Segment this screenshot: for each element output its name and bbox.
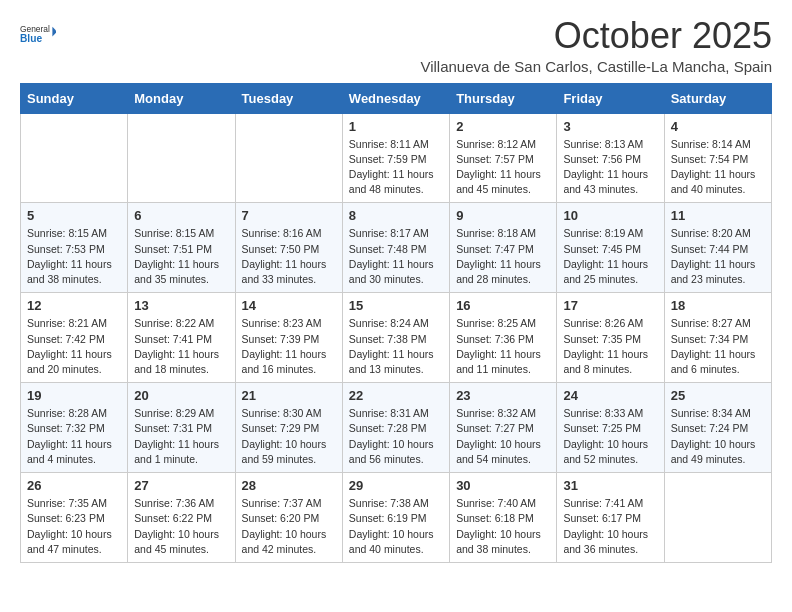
day-info: Sunrise: 7:38 AM Sunset: 6:19 PM Dayligh… xyxy=(349,496,443,557)
day-cell-7: 7Sunrise: 8:16 AM Sunset: 7:50 PM Daylig… xyxy=(235,203,342,293)
day-info: Sunrise: 8:32 AM Sunset: 7:27 PM Dayligh… xyxy=(456,406,550,467)
weekday-header-row: SundayMondayTuesdayWednesdayThursdayFrid… xyxy=(21,83,772,113)
day-cell-11: 11Sunrise: 8:20 AM Sunset: 7:44 PM Dayli… xyxy=(664,203,771,293)
day-info: Sunrise: 8:17 AM Sunset: 7:48 PM Dayligh… xyxy=(349,226,443,287)
day-number: 27 xyxy=(134,478,228,493)
day-number: 21 xyxy=(242,388,336,403)
svg-text:General: General xyxy=(20,24,50,34)
day-info: Sunrise: 8:22 AM Sunset: 7:41 PM Dayligh… xyxy=(134,316,228,377)
day-info: Sunrise: 8:26 AM Sunset: 7:35 PM Dayligh… xyxy=(563,316,657,377)
day-number: 17 xyxy=(563,298,657,313)
day-number: 13 xyxy=(134,298,228,313)
weekday-header-monday: Monday xyxy=(128,83,235,113)
day-number: 24 xyxy=(563,388,657,403)
day-cell-4: 4Sunrise: 8:14 AM Sunset: 7:54 PM Daylig… xyxy=(664,113,771,203)
day-number: 8 xyxy=(349,208,443,223)
empty-cell xyxy=(664,473,771,563)
title-block: October 2025 Villanueva de San Carlos, C… xyxy=(420,16,772,75)
week-row-1: 1Sunrise: 8:11 AM Sunset: 7:59 PM Daylig… xyxy=(21,113,772,203)
day-number: 3 xyxy=(563,119,657,134)
day-info: Sunrise: 8:27 AM Sunset: 7:34 PM Dayligh… xyxy=(671,316,765,377)
day-cell-28: 28Sunrise: 7:37 AM Sunset: 6:20 PM Dayli… xyxy=(235,473,342,563)
day-cell-19: 19Sunrise: 8:28 AM Sunset: 7:32 PM Dayli… xyxy=(21,383,128,473)
week-row-5: 26Sunrise: 7:35 AM Sunset: 6:23 PM Dayli… xyxy=(21,473,772,563)
day-info: Sunrise: 8:18 AM Sunset: 7:47 PM Dayligh… xyxy=(456,226,550,287)
day-number: 16 xyxy=(456,298,550,313)
calendar-table: SundayMondayTuesdayWednesdayThursdayFrid… xyxy=(20,83,772,563)
location: Villanueva de San Carlos, Castille-La Ma… xyxy=(420,58,772,75)
day-info: Sunrise: 8:19 AM Sunset: 7:45 PM Dayligh… xyxy=(563,226,657,287)
week-row-3: 12Sunrise: 8:21 AM Sunset: 7:42 PM Dayli… xyxy=(21,293,772,383)
day-info: Sunrise: 8:14 AM Sunset: 7:54 PM Dayligh… xyxy=(671,137,765,198)
day-number: 26 xyxy=(27,478,121,493)
weekday-header-sunday: Sunday xyxy=(21,83,128,113)
day-number: 31 xyxy=(563,478,657,493)
day-info: Sunrise: 8:34 AM Sunset: 7:24 PM Dayligh… xyxy=(671,406,765,467)
day-number: 10 xyxy=(563,208,657,223)
day-info: Sunrise: 8:25 AM Sunset: 7:36 PM Dayligh… xyxy=(456,316,550,377)
day-number: 14 xyxy=(242,298,336,313)
day-number: 6 xyxy=(134,208,228,223)
page: General Blue October 2025 Villanueva de … xyxy=(0,0,792,579)
day-info: Sunrise: 7:36 AM Sunset: 6:22 PM Dayligh… xyxy=(134,496,228,557)
day-cell-13: 13Sunrise: 8:22 AM Sunset: 7:41 PM Dayli… xyxy=(128,293,235,383)
day-number: 23 xyxy=(456,388,550,403)
day-number: 19 xyxy=(27,388,121,403)
day-info: Sunrise: 7:40 AM Sunset: 6:18 PM Dayligh… xyxy=(456,496,550,557)
day-info: Sunrise: 8:29 AM Sunset: 7:31 PM Dayligh… xyxy=(134,406,228,467)
day-info: Sunrise: 8:30 AM Sunset: 7:29 PM Dayligh… xyxy=(242,406,336,467)
day-number: 18 xyxy=(671,298,765,313)
day-number: 25 xyxy=(671,388,765,403)
day-cell-27: 27Sunrise: 7:36 AM Sunset: 6:22 PM Dayli… xyxy=(128,473,235,563)
day-info: Sunrise: 8:24 AM Sunset: 7:38 PM Dayligh… xyxy=(349,316,443,377)
day-info: Sunrise: 8:11 AM Sunset: 7:59 PM Dayligh… xyxy=(349,137,443,198)
day-cell-23: 23Sunrise: 8:32 AM Sunset: 7:27 PM Dayli… xyxy=(450,383,557,473)
day-cell-3: 3Sunrise: 8:13 AM Sunset: 7:56 PM Daylig… xyxy=(557,113,664,203)
logo-svg: General Blue xyxy=(20,16,56,52)
week-row-4: 19Sunrise: 8:28 AM Sunset: 7:32 PM Dayli… xyxy=(21,383,772,473)
day-number: 22 xyxy=(349,388,443,403)
day-cell-18: 18Sunrise: 8:27 AM Sunset: 7:34 PM Dayli… xyxy=(664,293,771,383)
day-cell-25: 25Sunrise: 8:34 AM Sunset: 7:24 PM Dayli… xyxy=(664,383,771,473)
day-cell-5: 5Sunrise: 8:15 AM Sunset: 7:53 PM Daylig… xyxy=(21,203,128,293)
day-number: 5 xyxy=(27,208,121,223)
weekday-header-tuesday: Tuesday xyxy=(235,83,342,113)
header: General Blue October 2025 Villanueva de … xyxy=(20,16,772,75)
day-number: 20 xyxy=(134,388,228,403)
day-cell-6: 6Sunrise: 8:15 AM Sunset: 7:51 PM Daylig… xyxy=(128,203,235,293)
day-info: Sunrise: 8:28 AM Sunset: 7:32 PM Dayligh… xyxy=(27,406,121,467)
day-cell-17: 17Sunrise: 8:26 AM Sunset: 7:35 PM Dayli… xyxy=(557,293,664,383)
day-number: 4 xyxy=(671,119,765,134)
day-cell-22: 22Sunrise: 8:31 AM Sunset: 7:28 PM Dayli… xyxy=(342,383,449,473)
day-cell-9: 9Sunrise: 8:18 AM Sunset: 7:47 PM Daylig… xyxy=(450,203,557,293)
day-info: Sunrise: 8:31 AM Sunset: 7:28 PM Dayligh… xyxy=(349,406,443,467)
day-cell-29: 29Sunrise: 7:38 AM Sunset: 6:19 PM Dayli… xyxy=(342,473,449,563)
weekday-header-friday: Friday xyxy=(557,83,664,113)
logo: General Blue xyxy=(20,16,56,52)
month-title: October 2025 xyxy=(420,16,772,56)
day-cell-8: 8Sunrise: 8:17 AM Sunset: 7:48 PM Daylig… xyxy=(342,203,449,293)
day-info: Sunrise: 8:12 AM Sunset: 7:57 PM Dayligh… xyxy=(456,137,550,198)
day-cell-1: 1Sunrise: 8:11 AM Sunset: 7:59 PM Daylig… xyxy=(342,113,449,203)
day-cell-20: 20Sunrise: 8:29 AM Sunset: 7:31 PM Dayli… xyxy=(128,383,235,473)
day-cell-10: 10Sunrise: 8:19 AM Sunset: 7:45 PM Dayli… xyxy=(557,203,664,293)
day-number: 1 xyxy=(349,119,443,134)
day-info: Sunrise: 7:37 AM Sunset: 6:20 PM Dayligh… xyxy=(242,496,336,557)
day-cell-12: 12Sunrise: 8:21 AM Sunset: 7:42 PM Dayli… xyxy=(21,293,128,383)
day-number: 9 xyxy=(456,208,550,223)
day-info: Sunrise: 7:41 AM Sunset: 6:17 PM Dayligh… xyxy=(563,496,657,557)
empty-cell xyxy=(21,113,128,203)
day-info: Sunrise: 8:23 AM Sunset: 7:39 PM Dayligh… xyxy=(242,316,336,377)
day-number: 11 xyxy=(671,208,765,223)
day-number: 15 xyxy=(349,298,443,313)
day-info: Sunrise: 8:20 AM Sunset: 7:44 PM Dayligh… xyxy=(671,226,765,287)
day-cell-30: 30Sunrise: 7:40 AM Sunset: 6:18 PM Dayli… xyxy=(450,473,557,563)
day-info: Sunrise: 8:15 AM Sunset: 7:53 PM Dayligh… xyxy=(27,226,121,287)
weekday-header-wednesday: Wednesday xyxy=(342,83,449,113)
day-number: 7 xyxy=(242,208,336,223)
day-info: Sunrise: 8:16 AM Sunset: 7:50 PM Dayligh… xyxy=(242,226,336,287)
svg-marker-2 xyxy=(52,27,56,37)
day-cell-24: 24Sunrise: 8:33 AM Sunset: 7:25 PM Dayli… xyxy=(557,383,664,473)
day-number: 29 xyxy=(349,478,443,493)
day-number: 12 xyxy=(27,298,121,313)
